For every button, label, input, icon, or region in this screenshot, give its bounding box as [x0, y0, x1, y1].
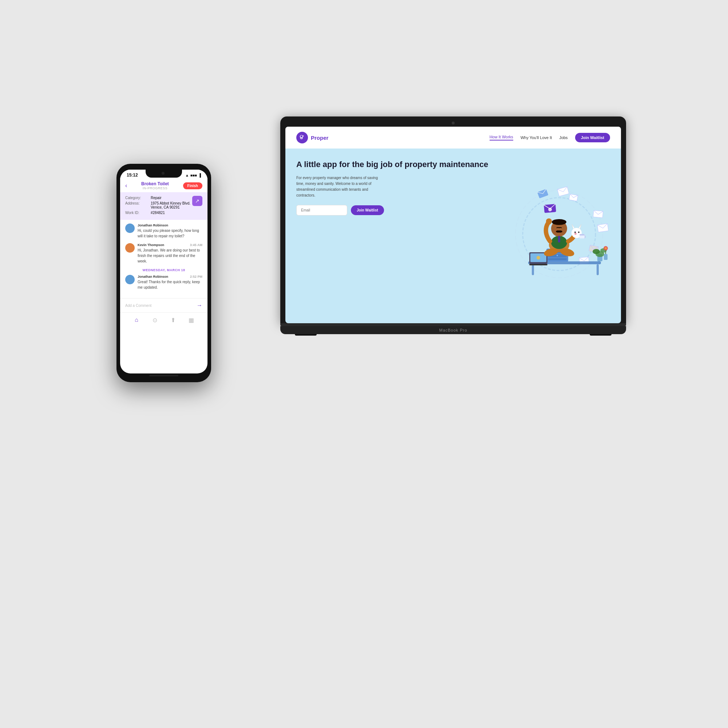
nav-link-jobs[interactable]: Jobs — [559, 135, 567, 140]
external-link-icon[interactable]: ↗ — [192, 196, 202, 206]
back-button[interactable]: ‹ — [125, 182, 127, 189]
site-nav: Proper How It Works Why You'll Love It J… — [285, 127, 621, 148]
avatar-kevin — [125, 243, 135, 252]
nav-link-why-youll-love-it[interactable]: Why You'll Love It — [520, 135, 552, 140]
laptop-base: MacBook Pro — [280, 326, 626, 334]
home-indicator — [149, 375, 178, 376]
hero-title: A little app for the big job of property… — [296, 159, 610, 170]
date-divider: WEDNESDAY, MARCH 18 — [125, 268, 202, 272]
laptop-screen: Proper How It Works Why You'll Love It J… — [285, 127, 621, 323]
chat-sender-3: Jonathan Robinson 2:52 PM — [138, 275, 202, 278]
laptop: Proper How It Works Why You'll Love It J… — [280, 116, 626, 336]
chat-text-2: Hi, Jonathan. We are doing our best to f… — [138, 248, 202, 264]
laptop-camera — [452, 122, 455, 124]
logo-text: Proper — [311, 135, 328, 141]
nav-home-icon[interactable]: ⌂ — [132, 316, 141, 324]
phone-title-area: Broken Toilet IN-PROGRESS — [141, 181, 169, 190]
nav-share-icon[interactable]: ⬆ — [168, 316, 177, 324]
comment-bar: Add a Comment → — [120, 298, 208, 312]
laptop-foot-right — [590, 334, 612, 336]
detail-category: Category: Repair — [125, 196, 202, 200]
chat-time-2: 3:45 AM — [190, 243, 202, 247]
site-hero: A little app for the big job of property… — [285, 148, 621, 323]
address-label: Address: — [125, 201, 151, 209]
svg-point-2 — [303, 135, 304, 137]
logo-icon — [296, 132, 308, 144]
phone-nav-bar: ⌂ ⊙ ⬆ ▦ — [120, 312, 208, 329]
detail-workid: Work ID: #284821 — [125, 211, 202, 215]
site-nav-links: How It Works Why You'll Love It Jobs Joi… — [489, 133, 610, 142]
comment-placeholder[interactable]: Add a Comment — [125, 304, 194, 307]
nav-link-how-it-works[interactable]: How It Works — [489, 135, 513, 141]
chat-message-1: Jonathan Robinson Hi, could you please s… — [125, 223, 202, 239]
workid-value: #284821 — [151, 211, 165, 215]
detail-address: Address: 1975 Abbot Kinney Blvd. Venice,… — [125, 201, 202, 209]
laptop-hinge — [280, 323, 626, 326]
workid-label: Work ID: — [125, 211, 151, 215]
chat-text-3: Great! Thanks for the quick reply, keep … — [138, 279, 202, 290]
status-time: 15:12 — [127, 173, 138, 177]
chat-sender-2: Kevin Thompson 3:45 AM — [138, 243, 202, 247]
finish-button[interactable]: Finish — [183, 182, 202, 189]
phone-details: Category: Repair Address: 1975 Abbot Kin… — [120, 192, 208, 220]
avatar-jonathan-2 — [125, 275, 135, 284]
chat-area: Jonathan Robinson Hi, could you please s… — [120, 220, 208, 298]
phone-header: ‹ Broken Toilet IN-PROGRESS Finish — [120, 179, 208, 192]
nav-join-waitlist-button[interactable]: Join Waitlist — [575, 133, 610, 142]
signal-icon: ■■■ — [190, 173, 197, 177]
phone-notch — [145, 169, 182, 177]
hero-subtitle: For every property manager who dreams of… — [296, 175, 384, 198]
wifi-icon: ▲ — [185, 173, 189, 177]
scene: Proper How It Works Why You'll Love It J… — [73, 73, 655, 655]
svg-point-1 — [301, 135, 303, 137]
laptop-feet — [280, 334, 626, 336]
laptop-brand-label: MacBook Pro — [439, 328, 467, 332]
nav-grid-icon[interactable]: ▦ — [187, 316, 196, 324]
hero-join-waitlist-button[interactable]: Join Waitlist — [351, 205, 384, 215]
avatar-jonathan-1 — [125, 223, 135, 233]
nav-link-icon[interactable]: ⊙ — [150, 316, 159, 324]
laptop-foot-left — [295, 334, 317, 336]
laptop-lid: Proper How It Works Why You'll Love It J… — [280, 116, 626, 323]
category-value: Repair — [151, 196, 161, 200]
phone-issue-status: IN-PROGRESS — [141, 187, 169, 190]
phone-camera — [162, 172, 165, 175]
chat-sender-1: Jonathan Robinson — [138, 223, 202, 227]
phone: 15:12 ▲ ■■■ ▐ ‹ Broken Toilet IN-PROGRES… — [116, 164, 211, 382]
chat-text-1: Hi, could you please specify, how long w… — [138, 228, 202, 239]
site-logo: Proper — [296, 132, 328, 144]
status-icons: ▲ ■■■ ▐ — [185, 173, 201, 177]
battery-icon: ▐ — [198, 173, 201, 177]
category-label: Category: — [125, 196, 151, 200]
email-input[interactable] — [296, 205, 347, 216]
chat-content-1: Jonathan Robinson Hi, could you please s… — [138, 223, 202, 239]
hero-left: A little app for the big job of property… — [296, 156, 610, 316]
website: Proper How It Works Why You'll Love It J… — [285, 127, 621, 323]
jonathan-name-2: Jonathan Robinson — [138, 275, 168, 278]
hero-cta: Join Waitlist — [296, 205, 610, 216]
chat-message-3: Jonathan Robinson 2:52 PM Great! Thanks … — [125, 275, 202, 290]
chat-message-2: Kevin Thompson 3:45 AM Hi, Jonathan. We … — [125, 243, 202, 264]
chat-time-3: 2:52 PM — [190, 275, 202, 278]
chat-content-3: Jonathan Robinson 2:52 PM Great! Thanks … — [138, 275, 202, 290]
chat-content-2: Kevin Thompson 3:45 AM Hi, Jonathan. We … — [138, 243, 202, 264]
phone-issue-title: Broken Toilet — [141, 181, 169, 187]
kevin-name: Kevin Thompson — [138, 243, 164, 247]
phone-screen: 15:12 ▲ ■■■ ▐ ‹ Broken Toilet IN-PROGRES… — [120, 170, 208, 373]
send-comment-icon[interactable]: → — [197, 302, 202, 309]
phone-body: 15:12 ▲ ■■■ ▐ ‹ Broken Toilet IN-PROGRES… — [116, 164, 211, 382]
